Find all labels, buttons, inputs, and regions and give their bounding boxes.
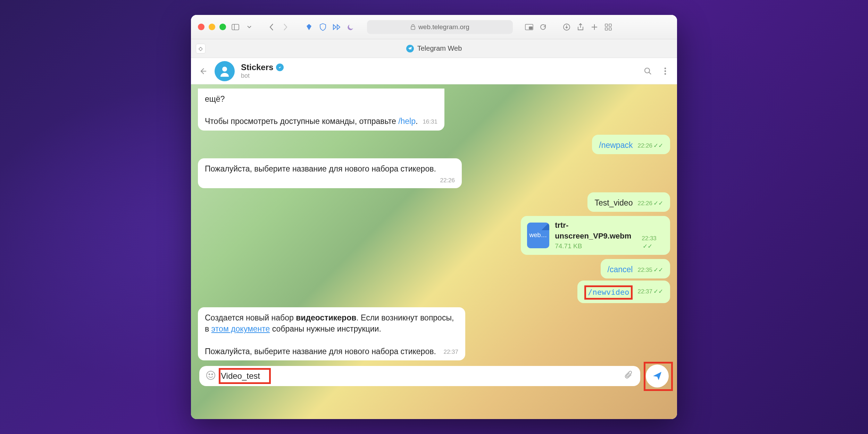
- sidebar-icon[interactable]: [231, 23, 240, 32]
- close-window-button[interactable]: [198, 24, 205, 30]
- highlight-box: /newvideo: [584, 285, 633, 300]
- extension-ff-icon[interactable]: [332, 23, 341, 32]
- telegram-icon: [406, 45, 414, 52]
- bot-command-link[interactable]: /cancel: [608, 265, 633, 274]
- window-controls: [198, 24, 226, 30]
- read-checks-icon: ✓✓: [653, 142, 663, 150]
- lock-icon: [410, 24, 416, 30]
- svg-rect-2: [411, 26, 415, 30]
- emoji-icon[interactable]: [206, 370, 216, 382]
- message-input[interactable]: [221, 371, 325, 381]
- extension-diamond-icon[interactable]: [304, 23, 314, 32]
- doc-link[interactable]: этом документе: [211, 324, 270, 333]
- search-icon[interactable]: [642, 66, 653, 77]
- titlebar: web.telegram.org: [191, 15, 677, 39]
- message-text-bold: видеостикеров: [296, 313, 356, 322]
- chat-header: Stickers bot: [191, 58, 677, 84]
- more-icon[interactable]: [660, 66, 671, 77]
- message-text: ещё?: [205, 94, 225, 103]
- message-incoming[interactable]: Создается новый набор видеостикеров. Есл…: [198, 307, 465, 360]
- dropdown-icon[interactable]: [245, 23, 254, 32]
- message-time: 22:26: [440, 176, 455, 185]
- read-checks-icon: ✓✓: [653, 287, 663, 296]
- message-text: Test_video: [594, 198, 633, 207]
- read-checks-icon: ✓✓: [653, 199, 663, 208]
- address-bar[interactable]: web.telegram.org: [367, 20, 513, 34]
- svg-point-15: [207, 371, 215, 379]
- picture-in-picture-icon[interactable]: [525, 23, 534, 32]
- message-time: 22:33: [642, 235, 657, 242]
- message-time: 16:31: [423, 118, 437, 126]
- svg-rect-7: [609, 24, 611, 26]
- url-text: web.telegram.org: [418, 23, 469, 31]
- tab-favicon[interactable]: ◇: [196, 44, 206, 53]
- message-incoming[interactable]: Пожалуйста, выберите название для нового…: [198, 158, 462, 188]
- svg-point-17: [212, 374, 213, 375]
- read-checks-icon: ✓✓: [643, 242, 652, 251]
- message-outgoing[interactable]: /newvideo 22:37✓✓: [577, 281, 670, 303]
- composer-row: [198, 365, 670, 387]
- chat-name: Stickers: [241, 62, 273, 72]
- bot-command-link[interactable]: /help: [398, 117, 416, 126]
- message-outgoing[interactable]: /cancel 22:35✓✓: [601, 259, 670, 278]
- extension-moon-icon[interactable]: [346, 23, 355, 32]
- message-text: Чтобы просмотреть доступные команды, отп…: [205, 117, 398, 126]
- fullscreen-window-button[interactable]: [219, 24, 226, 30]
- reload-icon[interactable]: [539, 23, 548, 32]
- read-checks-icon: ✓✓: [653, 266, 663, 274]
- message-time: 22:26: [637, 142, 652, 149]
- message-text: Пожалуйста, выберите название для нового…: [205, 164, 436, 173]
- file-name: trtr-unscreen_VP9.webm: [555, 220, 631, 242]
- tab-overview-icon[interactable]: [604, 23, 613, 32]
- message-outgoing[interactable]: /newpack 22:26✓✓: [592, 135, 670, 154]
- svg-rect-8: [605, 28, 608, 30]
- tab-bar: ◇ Telegram Web: [191, 39, 677, 58]
- svg-point-10: [222, 67, 227, 72]
- message-time: 22:26: [637, 200, 652, 207]
- chat-subtitle: bot: [241, 72, 636, 80]
- downloads-icon[interactable]: [562, 23, 571, 32]
- svg-rect-9: [609, 28, 611, 30]
- file-size: 74.71 KB: [555, 242, 631, 251]
- message-text: собраны нужные инструкции.: [270, 324, 381, 333]
- bot-command-link[interactable]: /newpack: [599, 141, 633, 150]
- svg-point-12: [665, 67, 666, 69]
- message-time: 22:37: [637, 288, 652, 295]
- safari-window: web.telegram.org ◇ Telegram Web Stickers…: [191, 15, 677, 419]
- new-tab-icon[interactable]: [590, 23, 599, 32]
- message-time: 22:35: [637, 267, 652, 273]
- message-text: Создается новый набор: [205, 313, 296, 322]
- tab-title: Telegram Web: [417, 44, 462, 52]
- message-incoming[interactable]: ещё? Чтобы просмотреть доступные команды…: [198, 89, 444, 131]
- verified-badge-icon: [276, 64, 284, 71]
- extension-shield-icon[interactable]: [318, 23, 327, 32]
- message-outgoing[interactable]: Test_video 22:26✓✓: [587, 192, 670, 212]
- svg-rect-6: [605, 24, 608, 26]
- send-button[interactable]: [646, 365, 669, 387]
- svg-point-13: [665, 70, 666, 72]
- forward-button[interactable]: [281, 23, 290, 32]
- svg-point-14: [665, 73, 666, 75]
- message-text: Пожалуйста, выберите название для нового…: [205, 347, 436, 356]
- svg-point-16: [209, 374, 210, 375]
- message-file[interactable]: web… trtr-unscreen_VP9.webm 74.71 KB 22:…: [521, 216, 670, 255]
- file-type-icon: web…: [527, 223, 549, 248]
- bot-command-link[interactable]: /newvideo: [588, 288, 629, 297]
- chat-title-block[interactable]: Stickers bot: [241, 62, 636, 80]
- composer: [199, 366, 640, 386]
- back-icon[interactable]: [197, 66, 208, 77]
- svg-rect-4: [529, 27, 532, 29]
- attach-icon[interactable]: [624, 370, 634, 382]
- svg-point-11: [645, 68, 650, 73]
- back-button[interactable]: [267, 23, 276, 32]
- chat-avatar[interactable]: [215, 61, 235, 81]
- share-icon[interactable]: [576, 23, 585, 32]
- svg-rect-0: [232, 24, 239, 30]
- minimize-window-button[interactable]: [209, 24, 215, 30]
- message-time: 22:37: [443, 348, 458, 356]
- messages-area[interactable]: ещё? Чтобы просмотреть доступные команды…: [191, 84, 677, 419]
